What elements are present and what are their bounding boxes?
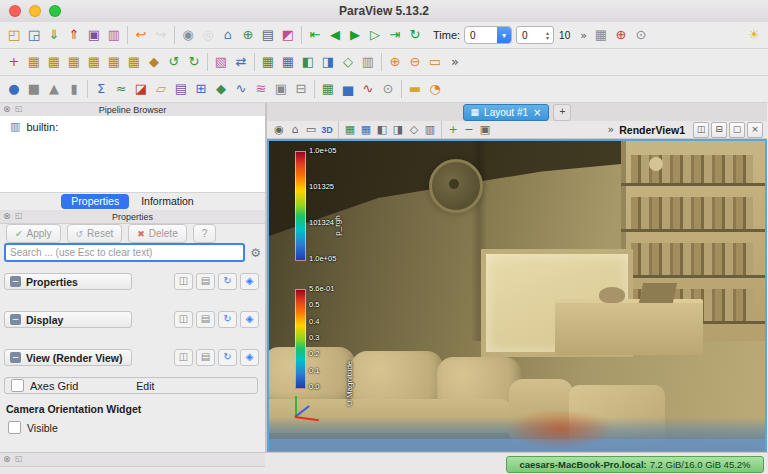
save-defaults-icon[interactable]: ◈ [240,273,259,290]
paste-properties-icon[interactable]: ▤ [196,273,215,290]
render-view[interactable]: 1.0e+05 101325 101324 1.0e+05 p_rgh 5.6e… [267,139,767,453]
colorbar-u-magnitude[interactable]: 5.6e-01 0.5 0.4 0.3 0.2 0.1 0.0 U Magnit… [295,289,375,387]
tab-information[interactable]: Information [131,194,204,209]
spinner-arrows-icon[interactable]: ▴▾ [542,30,553,40]
axes-grid-edit-button[interactable]: Edit [136,380,154,392]
select-surface-points-icon[interactable]: ▦ [278,51,298,73]
light-bulb-icon[interactable]: ☀ [744,24,764,46]
frame-spinbox[interactable]: 0 ▴▾ [516,26,554,44]
visible-checkbox[interactable] [8,421,21,434]
capture-screenshot-icon[interactable]: ▤ [258,24,278,46]
calculator-filter-icon[interactable]: Σ [91,78,111,100]
copy-properties-icon[interactable]: ◫ [174,349,193,366]
restore-defaults-icon[interactable]: ↻ [218,311,237,328]
redo-icon[interactable]: ↪ [151,24,171,46]
extract-block-filter-icon[interactable]: ⊟ [291,78,311,100]
rescale-color-range-icon[interactable]: ⇄ [231,51,251,73]
glyph-filter-icon[interactable]: ◆ [211,78,231,100]
last-frame-icon[interactable]: ⇥ [385,24,405,46]
detach-view-icon[interactable]: ▢ [729,122,745,138]
contour-filter-icon[interactable]: ≈ [111,78,131,100]
undo-icon[interactable]: ↩ [131,24,151,46]
section-display[interactable]: − Display [4,311,132,328]
time-value-combo[interactable]: 0 ▾ [464,26,512,44]
sphere-source-icon[interactable]: ● [4,78,24,100]
section-properties[interactable]: − Properties [4,273,132,290]
select-frustum-cells-icon[interactable]: ◧ [298,51,318,73]
collapse-icon[interactable]: − [10,352,21,363]
save-defaults-icon[interactable]: ◈ [240,349,259,366]
undock-panel-icon[interactable]: ◱ [15,211,23,220]
show-data-axes-grid-icon[interactable]: ▦ [591,24,611,46]
add-layout-button[interactable]: + [553,104,571,121]
first-frame-icon[interactable]: ⇤ [305,24,325,46]
slice-filter-icon[interactable]: ▱ [151,78,171,100]
close-panel-icon[interactable]: ⊗ [3,104,11,114]
cone-source-icon[interactable]: ▲ [44,78,64,100]
subtract-selection-icon[interactable]: − [461,122,477,138]
select-cells-through-icon[interactable]: ◧ [374,122,390,138]
pipeline-tree[interactable]: ▥ builtin: [0,116,265,193]
close-panel-icon[interactable]: ⊗ [3,454,11,464]
undock-panel-icon[interactable]: ◱ [15,454,23,463]
hover-cells-icon[interactable]: ▥ [422,122,438,138]
copy-properties-icon[interactable]: ◫ [174,273,193,290]
add-selection-icon[interactable]: + [445,122,461,138]
plot-over-line-icon[interactable]: ∿ [358,78,378,100]
set-view-minus-z-icon[interactable]: ▦ [124,51,144,73]
rotate-90-ccw-icon[interactable]: ↺ [164,51,184,73]
tab-properties[interactable]: Properties [61,194,129,209]
group-datasets-filter-icon[interactable]: ▣ [271,78,291,100]
orientation-axes-widget[interactable] [287,391,323,425]
play-icon[interactable]: ▶ [345,24,365,46]
rotate-90-cw-icon[interactable]: ↻ [184,51,204,73]
warp-by-vector-filter-icon[interactable]: ≋ [251,78,271,100]
load-state-icon[interactable]: ⇓ [44,24,64,46]
select-frustum-points-icon[interactable]: ◨ [318,51,338,73]
zoom-view-to-box-icon[interactable]: ▭ [303,122,319,138]
axes-grid-checkbox[interactable] [11,379,24,392]
zoom-to-data-icon[interactable]: ⊕ [238,24,258,46]
set-view-minus-y-icon[interactable]: ▦ [84,51,104,73]
save-data-icon[interactable]: ◲ [24,24,44,46]
set-view-plus-z-icon[interactable]: ▦ [104,51,124,73]
set-view-minus-x-icon[interactable]: ▦ [44,51,64,73]
protractor-icon[interactable]: ◔ [425,78,445,100]
previous-frame-icon[interactable]: ◀ [325,24,345,46]
select-surface-cells-icon[interactable]: ▦ [258,51,278,73]
zoom-out-icon[interactable]: ⊖ [405,51,425,73]
ruler-icon[interactable]: ▬ [405,78,425,100]
probe-location-icon[interactable]: ⊙ [378,78,398,100]
color-map-editor-icon[interactable]: ◩ [278,24,298,46]
restore-defaults-icon[interactable]: ↻ [218,273,237,290]
reset-camera-icon[interactable]: ⌂ [218,24,238,46]
select-cells-on-icon[interactable]: ▦ [342,122,358,138]
stream-tracer-filter-icon[interactable]: ∿ [231,78,251,100]
delete-button[interactable]: ✖ Delete [128,224,186,243]
overflow-chevron-icon[interactable]: » [580,29,587,42]
combo-arrow-icon[interactable]: ▾ [497,27,511,43]
colorbar-p-rgh[interactable]: 1.0e+05 101325 101324 1.0e+05 p_rgh [295,151,375,259]
help-button[interactable]: ? [193,224,217,243]
camera-undo-icon[interactable]: ◉ [178,24,198,46]
split-horizontal-icon[interactable]: ◫ [693,122,709,138]
cylinder-source-icon[interactable]: ▮ [64,78,84,100]
select-points-on-icon[interactable]: ▦ [358,122,374,138]
close-panel-icon[interactable]: ⊗ [3,211,11,221]
reset-button[interactable]: ↺ Reset [67,224,123,243]
layout-tab[interactable]: ▦ Layout #1 × [463,104,550,121]
restore-defaults-icon[interactable]: ↻ [218,349,237,366]
cube-source-icon[interactable]: ■ [24,78,44,100]
select-polygon-cells-icon[interactable]: ◇ [338,51,358,73]
search-input[interactable] [4,243,245,262]
toggle-2d3d-icon[interactable]: 3D [319,122,335,138]
set-view-plus-x-icon[interactable]: ▦ [24,51,44,73]
paste-properties-icon[interactable]: ▤ [196,311,215,328]
center-axes-visibility-icon[interactable]: + [4,51,24,73]
undock-panel-icon[interactable]: ◱ [15,104,23,113]
select-block-icon[interactable]: ▥ [358,51,378,73]
open-file-icon[interactable]: ◰ [4,24,24,46]
set-view-plus-y-icon[interactable]: ▦ [64,51,84,73]
adjust-camera-icon[interactable]: ◉ [271,122,287,138]
close-window-button[interactable] [9,5,21,17]
